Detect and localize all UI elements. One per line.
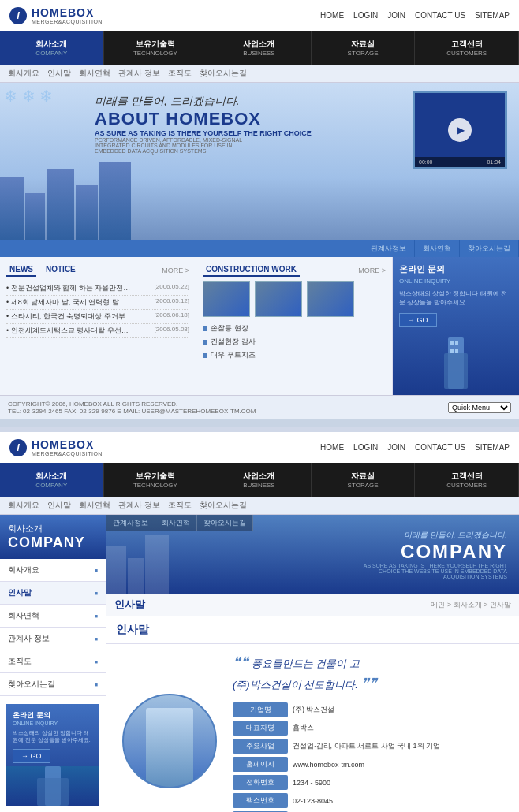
play-button[interactable] xyxy=(448,118,472,142)
nav-technology-en-2: TECHNOLOGY xyxy=(107,482,204,489)
sidebar-item-company[interactable]: 회사개요 xyxy=(0,559,106,582)
nav-storage-2[interactable]: 자료실 STORAGE xyxy=(312,463,416,497)
sidebar-item-greeting[interactable]: 인사말 xyxy=(0,582,106,605)
construction-item-2[interactable]: 건설현장 감사 xyxy=(203,335,386,348)
quick-menu-select[interactable]: Quick Menu--- xyxy=(448,402,511,413)
news-item[interactable]: • 전문건설업체와 함께 하는 자율만전관행 [2006.05.22] xyxy=(6,281,189,296)
sub-nav-2: 회사개요 인사말 회사연혁 관계사 정보 조직도 찾아오시는길 xyxy=(0,497,519,515)
info-row-3: 홈페이지 www.homebox-tm.com xyxy=(233,757,507,772)
const-img-2[interactable] xyxy=(255,281,302,317)
nav-technology-ko-2: 보유기술력 xyxy=(107,471,204,482)
logo-text: HOMEBOX MERGER&ACQUISITION xyxy=(32,6,103,24)
tab-relations[interactable]: 관계사정보 xyxy=(363,240,415,257)
section-gap xyxy=(0,419,519,427)
tab-history[interactable]: 회사연혁 xyxy=(415,240,460,257)
building-2 xyxy=(25,193,45,240)
construction-images xyxy=(203,281,386,317)
banner-tab-location[interactable]: 찾아오시는길 xyxy=(197,515,253,531)
news-more[interactable]: MORE > xyxy=(162,266,189,274)
nav-technology[interactable]: 보유기술력 TECHNOLOGY xyxy=(104,31,208,65)
sidebar-go-button[interactable]: → GO xyxy=(13,749,50,763)
sub-nav-company-2[interactable]: 회사개요 xyxy=(8,500,39,511)
nav-contact[interactable]: CONTACT US xyxy=(415,11,465,20)
tab-notice[interactable]: NOTICE xyxy=(43,263,79,277)
const-img-3[interactable] xyxy=(307,281,354,317)
logo-name-2: HOMEBOX xyxy=(32,438,103,451)
nav-sitemap-2[interactable]: SITEMAP xyxy=(475,443,510,452)
news-list: • 전문건설업체와 함께 하는 자율만전관행 [2006.05.22] • 제8… xyxy=(6,281,189,338)
sub-nav-greeting[interactable]: 인사말 xyxy=(47,68,71,79)
nav-join[interactable]: JOIN xyxy=(387,11,405,20)
nav-customers[interactable]: 고객센터 CUSTOMERS xyxy=(415,31,519,65)
sidebar-link-history[interactable]: 회사연혁 xyxy=(0,605,106,627)
sub-nav-location-2[interactable]: 찾아오시는길 xyxy=(200,500,247,511)
sidebar-link-relations[interactable]: 관계사 정보 xyxy=(0,628,106,650)
footer: COPYRIGHT© 2006, HOMEBOX ALL RIGHTS RESE… xyxy=(0,395,519,419)
construction-more[interactable]: MORE > xyxy=(358,266,386,274)
nav-storage[interactable]: 자료실 STORAGE xyxy=(312,31,416,65)
footer-info: COPYRIGHT© 2006, HOMEBOX ALL RIGHTS RESE… xyxy=(8,400,256,415)
hero-video[interactable]: 00:00 01:34 xyxy=(413,91,507,169)
sub-nav-history-2[interactable]: 회사연혁 xyxy=(79,500,110,511)
sub-nav-org-2[interactable]: 조직도 xyxy=(168,500,192,511)
sub-nav-company[interactable]: 회사개요 xyxy=(8,68,39,79)
svg-rect-1 xyxy=(444,353,468,389)
nav-company-2[interactable]: 회사소개 COMPANY xyxy=(0,463,104,497)
sidebar-item-history[interactable]: 회사연혁 xyxy=(0,605,106,628)
sub-nav-relations[interactable]: 관계사 정보 xyxy=(118,68,160,79)
sidebar-link-greeting[interactable]: 인사말 xyxy=(0,582,106,604)
news-item[interactable]: • 제8회 남세자마 날, 국제 연력형 탈 수상 [2006.05.12] xyxy=(6,296,189,310)
construction-item-1[interactable]: 손찰등 현장 xyxy=(203,322,386,335)
nav-customers-2[interactable]: 고객센터 CUSTOMERS xyxy=(415,463,519,497)
news-item[interactable]: • 스타시티, 한국건 숙명퇴대상 주거부문 대상 수상 [2006.06.18… xyxy=(6,310,189,324)
nav-home-2[interactable]: HOME xyxy=(320,443,344,452)
const-img-1[interactable] xyxy=(203,281,250,317)
bullet-icon xyxy=(203,353,207,358)
info-label-1: 대표자명 xyxy=(233,721,288,736)
nav-business-2[interactable]: 사업소개 BUSINESS xyxy=(207,463,312,497)
nav-storage-ko-2: 자료실 xyxy=(315,471,412,482)
building-5 xyxy=(99,162,131,240)
sub-nav-history[interactable]: 회사연혁 xyxy=(79,68,110,79)
banner-tab-history[interactable]: 회사연혁 xyxy=(155,515,197,531)
info-label-2: 주요사업 xyxy=(233,739,288,754)
nav-contact-2[interactable]: CONTACT US xyxy=(415,443,465,452)
hero-ko-slogan: 미래를 만들어, 드리겠습니다. xyxy=(95,95,312,109)
hero-sub2: PERFORMANCE DRIVEN, AFFORDABLE, MIXED-SI… xyxy=(95,137,252,154)
banner-tab-relations[interactable]: 관계사정보 xyxy=(106,515,155,531)
construction-header: CONSTRUCTION WORK MORE > xyxy=(203,263,386,277)
inquiry-ko: 온라인 문의 xyxy=(399,263,513,275)
sub-nav-relations-2[interactable]: 관계사 정보 xyxy=(118,500,160,511)
nav-login[interactable]: LOGIN xyxy=(353,11,378,20)
sub-nav-org[interactable]: 조직도 xyxy=(168,68,192,79)
nav-sitemap[interactable]: SITEMAP xyxy=(475,11,510,20)
info-label-0: 기업명 xyxy=(233,702,288,717)
breadcrumb: 메인 > 회사소개 > 인사말 xyxy=(431,600,511,610)
construction-item-3[interactable]: 대우 푸트지조 xyxy=(203,348,386,362)
sidebar-item-org[interactable]: 조직도 xyxy=(0,650,106,673)
nav-storage-en-2: STORAGE xyxy=(315,482,412,489)
nav-home[interactable]: HOME xyxy=(320,11,344,20)
sidebar-inquiry-desc: 박스상태의 상설한 정합니다 태원에 전문 상상들을 받아주세요. xyxy=(13,729,93,743)
info-value-3: www.homebox-tm.com xyxy=(293,761,364,769)
nav-business[interactable]: 사업소개 BUSINESS xyxy=(207,31,312,65)
news-text-3: • 스타시티, 한국건 숙명퇴대상 주거부문 대상 수상 xyxy=(6,311,133,322)
nav-company[interactable]: 회사소개 COMPANY xyxy=(0,31,104,65)
nav-join-2[interactable]: JOIN xyxy=(387,443,405,452)
sub-nav-location[interactable]: 찾아오시는길 xyxy=(200,68,247,79)
sub-nav-greeting-2[interactable]: 인사말 xyxy=(47,500,71,511)
sidebar-link-location[interactable]: 찾아오시는길 xyxy=(0,673,106,695)
nav-storage-en: STORAGE xyxy=(315,50,412,57)
sidebar-item-relations[interactable]: 관계사 정보 xyxy=(0,628,106,650)
tab-news[interactable]: NEWS xyxy=(6,263,36,277)
inquiry-go-button[interactable]: → GO xyxy=(399,313,437,327)
sidebar-link-company[interactable]: 회사개요 xyxy=(0,559,106,581)
sidebar-link-org[interactable]: 조직도 xyxy=(0,650,106,672)
sidebar-item-location[interactable]: 찾아오시는길 xyxy=(0,673,106,696)
snowflakes-decoration: ❄ ❄ ❄ xyxy=(4,87,53,106)
nav-login-2[interactable]: LOGIN xyxy=(353,443,378,452)
footer-contact: TEL: 02-3294-2465 FAX: 02-329-9876 E-MAI… xyxy=(8,408,256,415)
news-item[interactable]: • 안전세계도시택스교 평사대탈 우선분설치 선정 [2006.05.03] xyxy=(6,324,189,338)
nav-technology-2[interactable]: 보유기술력 TECHNOLOGY xyxy=(104,463,208,497)
tab-location[interactable]: 찾아오시는길 xyxy=(460,240,519,257)
